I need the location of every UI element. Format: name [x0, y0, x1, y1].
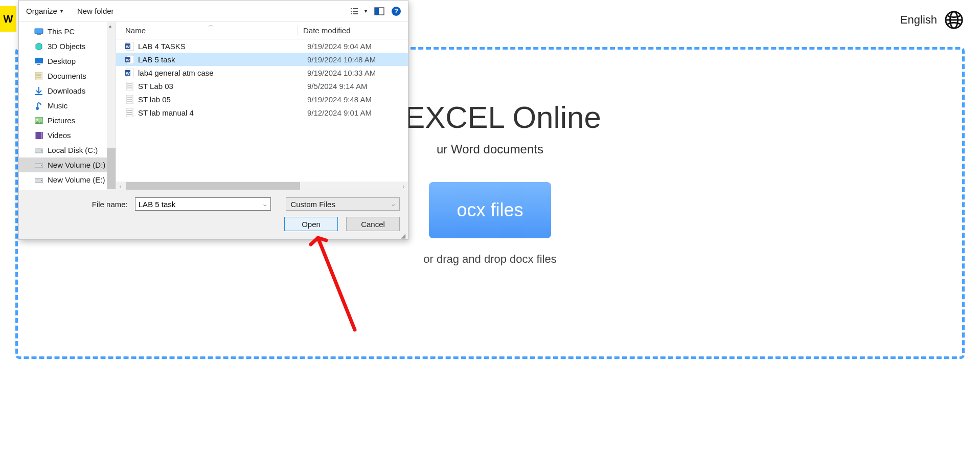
panel-icon — [374, 7, 384, 16]
file-type-filter[interactable]: Custom Files ⌵ — [286, 197, 400, 211]
file-list[interactable]: WLAB 4 TASKS9/19/2024 9:04 AMWLAB 5 task… — [116, 39, 408, 182]
chevron-down-icon: ⌵ — [392, 201, 395, 208]
svg-rect-7 — [35, 58, 43, 63]
svg-rect-37 — [127, 97, 132, 98]
nav-scrollbar[interactable]: ▴ — [107, 22, 116, 190]
svg-rect-10 — [35, 94, 42, 95]
horizontal-scrollbar[interactable]: ‹ › — [116, 182, 408, 190]
chevron-down-icon[interactable]: ⌵ — [260, 201, 270, 208]
file-name: ST lab 05 — [138, 95, 171, 104]
column-date[interactable]: Date modified — [298, 26, 351, 35]
file-row[interactable]: Wlab4 general atm case9/19/2024 10:33 AM — [116, 66, 408, 79]
scrollbar-thumb[interactable] — [107, 148, 116, 189]
nav-item-label: Downloads — [48, 86, 85, 95]
file-date: 9/19/2024 9:48 AM — [307, 95, 372, 104]
file-name: LAB 5 task — [138, 55, 175, 64]
file-row[interactable]: ST Lab 039/5/2024 9:14 AM — [116, 79, 408, 93]
doc-icon — [34, 72, 43, 80]
nav-item[interactable]: New Volume (E:) — [19, 172, 116, 187]
file-list-pane: ︿ Name Date modified WLAB 4 TASKS9/19/20… — [116, 22, 408, 190]
nav-item[interactable]: Downloads — [19, 83, 116, 98]
column-headers[interactable]: ︿ Name Date modified — [116, 22, 408, 39]
nav-item[interactable]: Pictures — [19, 113, 116, 128]
word-doc-icon: W — [125, 42, 134, 51]
word-doc-icon: W — [125, 69, 134, 77]
language-label[interactable]: English — [900, 13, 937, 27]
svg-text:W: W — [126, 44, 130, 49]
nav-item[interactable]: 3D Objects — [19, 39, 116, 54]
filter-label: Custom Files — [290, 200, 335, 209]
svg-rect-42 — [127, 112, 132, 113]
nav-item[interactable]: Local Disk (C:) — [19, 143, 116, 157]
folder-tree[interactable]: This PC3D ObjectsDesktopDocumentsDownloa… — [19, 22, 116, 190]
globe-icon[interactable] — [944, 10, 964, 30]
dialog-footer: File name: ⌵ Custom Files ⌵ Open Cancel … — [19, 190, 408, 239]
file-row[interactable]: WLAB 4 TASKS9/19/2024 9:04 AM — [116, 39, 408, 53]
choose-file-button[interactable]: ocx files — [429, 182, 551, 238]
nav-item-label: Documents — [48, 72, 86, 80]
help-icon[interactable]: ? — [392, 7, 401, 16]
svg-rect-9 — [35, 72, 42, 80]
dialog-toolbar: Organize ▾ New folder ▾ ? — [19, 1, 408, 22]
filename-input-wrap[interactable]: ⌵ — [135, 197, 271, 211]
details-view-icon — [349, 7, 359, 16]
nav-item[interactable]: Music — [19, 98, 116, 113]
music-icon — [34, 102, 43, 110]
file-row[interactable]: WLAB 5 task9/19/2024 10:48 AM — [116, 53, 408, 66]
svg-point-11 — [36, 107, 39, 110]
file-date: 9/12/2024 9:01 AM — [307, 108, 372, 117]
nav-item-label: Desktop — [48, 57, 76, 65]
organize-label: Organize — [26, 7, 57, 15]
nav-item-label: Videos — [48, 131, 71, 140]
scroll-up-icon[interactable]: ▴ — [109, 23, 114, 28]
svg-rect-16 — [41, 132, 42, 139]
chevron-down-icon: ▾ — [364, 8, 367, 14]
nav-item[interactable]: Documents — [19, 69, 116, 83]
scrollbar-thumb[interactable] — [126, 182, 300, 190]
top-right-bar: English — [900, 10, 964, 30]
filename-label: File name: — [27, 200, 131, 209]
svg-text:W: W — [126, 58, 130, 62]
file-row[interactable]: ST lab 059/19/2024 9:48 AM — [116, 93, 408, 106]
svg-rect-39 — [127, 101, 132, 102]
desktop-icon — [34, 57, 43, 65]
nav-item[interactable]: Desktop — [19, 54, 116, 69]
svg-point-18 — [41, 150, 42, 151]
file-name: ST Lab 03 — [138, 82, 173, 91]
cancel-button[interactable]: Cancel — [346, 217, 400, 231]
dropzone-hint: or drag and drop docx files — [379, 253, 601, 266]
file-icon — [125, 82, 134, 91]
file-row[interactable]: ST lab manual 49/12/2024 9:01 AM — [116, 106, 408, 119]
file-date: 9/19/2024 10:48 AM — [307, 55, 376, 64]
preview-pane-button[interactable] — [374, 7, 384, 16]
svg-point-22 — [41, 180, 42, 181]
file-icon — [125, 108, 134, 117]
svg-rect-35 — [127, 87, 132, 88]
file-open-dialog: Organize ▾ New folder ▾ ? This PC3D Obje… — [18, 0, 408, 240]
svg-rect-8 — [37, 64, 40, 65]
svg-rect-5 — [35, 29, 43, 34]
nav-item-label: New Volume (E:) — [48, 175, 105, 184]
filename-input[interactable] — [135, 198, 260, 210]
file-name: LAB 4 TASKS — [138, 42, 186, 51]
view-options-button[interactable]: ▾ — [349, 7, 367, 16]
sort-indicator-icon: ︿ — [208, 21, 214, 29]
organize-button[interactable]: Organize ▾ — [26, 7, 63, 15]
nav-item[interactable]: This PC — [19, 24, 116, 39]
nav-item[interactable]: Videos — [19, 128, 116, 143]
nav-item[interactable]: New Volume (D:) — [19, 157, 116, 172]
column-name[interactable]: Name — [116, 26, 298, 35]
nav-item-label: Local Disk (C:) — [48, 146, 98, 154]
pic-icon — [34, 117, 43, 125]
open-button[interactable]: Open — [284, 217, 338, 231]
pc-icon — [34, 28, 43, 36]
3d-icon — [34, 42, 43, 51]
yellow-side-tab: W — [0, 6, 16, 32]
video-icon — [34, 131, 43, 140]
file-date: 9/19/2024 9:04 AM — [307, 42, 372, 51]
new-folder-button[interactable]: New folder — [77, 7, 114, 15]
resize-grip-icon[interactable]: ◢ — [401, 232, 407, 238]
scroll-left-icon[interactable]: ‹ — [116, 182, 125, 190]
scroll-right-icon[interactable]: › — [399, 182, 408, 190]
dropzone-subtitle: ur Word documents — [379, 142, 601, 156]
